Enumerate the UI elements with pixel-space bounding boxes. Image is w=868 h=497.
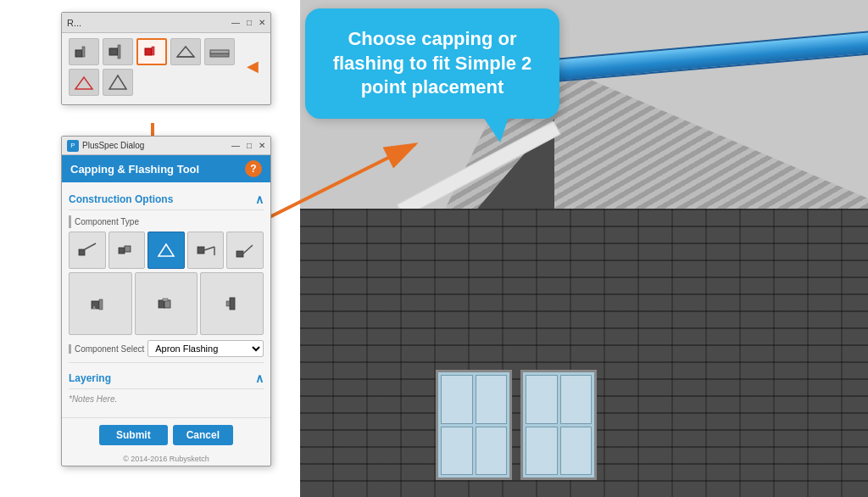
- plusspec-dialog: P PlusSpec Dialog — □ ✕ Capping & Flashi…: [61, 136, 271, 466]
- toolbar-titlebar: R... — □ ✕: [62, 13, 270, 33]
- dialog-maximize-button[interactable]: □: [247, 141, 252, 150]
- svg-rect-29: [163, 299, 168, 301]
- svg-rect-16: [119, 248, 125, 254]
- svg-rect-2: [75, 50, 82, 57]
- svg-rect-3: [82, 47, 85, 57]
- comp-type-4[interactable]: [187, 232, 225, 269]
- svg-rect-6: [145, 48, 152, 55]
- component-select-dropdown[interactable]: Apron Flashing Ridge Capping Hip Capping…: [147, 340, 264, 357]
- window-pane: [560, 427, 593, 476]
- layering-notes: *Notes Here.: [69, 394, 264, 404]
- window-pane: [441, 375, 473, 424]
- dialog-footer: Submit Cancel: [62, 417, 270, 452]
- svg-marker-12: [75, 77, 92, 89]
- dialog-titlebar: P PlusSpec Dialog — □ ✕: [62, 137, 270, 155]
- toolbar-icons: ◀: [62, 33, 270, 101]
- tool-icon-3-selected[interactable]: [136, 38, 167, 65]
- dialog-header-title: Capping & Flashing Tool: [70, 163, 199, 176]
- dialog-titlebar-controls[interactable]: — □ ✕: [231, 141, 265, 150]
- layering-collapse-button[interactable]: ∧: [255, 371, 264, 385]
- svg-marker-8: [177, 47, 194, 57]
- maximize-button[interactable]: □: [247, 18, 252, 27]
- svg-rect-17: [125, 246, 131, 252]
- close-button[interactable]: ✕: [259, 18, 265, 27]
- copyright-text: © 2014-2016 Rubysketch: [62, 452, 270, 466]
- svg-rect-27: [159, 300, 164, 308]
- window-pane: [526, 427, 558, 476]
- dialog-title-label: PlusSpec Dialog: [82, 141, 144, 150]
- toolbar-title: R...: [67, 18, 81, 28]
- brick-wall: [300, 209, 868, 497]
- svg-rect-19: [198, 247, 204, 254]
- comp-type-2[interactable]: [108, 232, 146, 269]
- comp-type-7[interactable]: [135, 272, 198, 336]
- tool-icon-4[interactable]: [170, 38, 201, 65]
- tool-icon-7[interactable]: [103, 69, 133, 96]
- dialog-close-button[interactable]: ✕: [259, 141, 265, 150]
- window-pane: [560, 375, 593, 424]
- dialog-title: P PlusSpec Dialog: [67, 140, 144, 152]
- component-type-grid-2: A: [69, 272, 264, 336]
- window-pane: [476, 375, 508, 424]
- window-pane: [441, 427, 473, 476]
- svg-line-20: [204, 247, 214, 250]
- comp-type-6[interactable]: A: [69, 272, 132, 336]
- svg-rect-28: [164, 300, 170, 308]
- svg-rect-25: [99, 299, 103, 310]
- tool-icon-6[interactable]: [69, 69, 99, 96]
- plusspec-logo-icon: P: [67, 140, 79, 152]
- speech-bubble-text: Choose capping or flashing to fit Simple…: [333, 28, 532, 98]
- component-type-label: Component Type: [69, 215, 264, 228]
- titlebar-controls[interactable]: — □ ✕: [231, 18, 265, 27]
- layering-section: Layering ∧ *Notes Here.: [69, 362, 264, 404]
- orange-pointer: ◀: [247, 57, 259, 75]
- svg-marker-13: [109, 75, 126, 89]
- svg-rect-22: [236, 251, 243, 257]
- svg-line-23: [243, 245, 253, 254]
- dialog-header: Capping & Flashing Tool ?: [62, 155, 270, 182]
- layering-section-header: Layering ∧: [69, 368, 264, 389]
- tool-icon-1[interactable]: [69, 38, 99, 65]
- construction-collapse-button[interactable]: ∧: [255, 193, 264, 206]
- svg-rect-10: [210, 53, 229, 57]
- comp-type-5[interactable]: [226, 232, 264, 269]
- component-select-label: Component Select: [69, 344, 144, 354]
- component-select-row: Component Select Apron Flashing Ridge Ca…: [69, 340, 264, 357]
- layering-label: Layering: [69, 372, 111, 384]
- svg-rect-4: [109, 48, 118, 55]
- window-pane: [476, 427, 508, 476]
- dialog-body: Construction Options ∧ Component Type: [62, 182, 270, 417]
- svg-rect-30: [230, 298, 235, 310]
- window-right: [520, 370, 597, 480]
- toolbar-window: R... — □ ✕: [61, 12, 271, 105]
- svg-rect-7: [152, 47, 154, 55]
- windows-area: [436, 370, 597, 480]
- help-button[interactable]: ?: [245, 160, 262, 177]
- svg-rect-14: [79, 249, 85, 255]
- comp-type-3-active[interactable]: [147, 232, 185, 269]
- cancel-button[interactable]: Cancel: [173, 425, 233, 445]
- tool-icon-2[interactable]: [103, 38, 133, 65]
- window-pane: [526, 375, 558, 424]
- construction-section-header: Construction Options ∧: [69, 189, 264, 210]
- construction-section-label: Construction Options: [69, 193, 173, 205]
- dialog-minimize-button[interactable]: —: [231, 141, 240, 150]
- minimize-button[interactable]: —: [231, 18, 240, 27]
- svg-rect-11: [210, 50, 229, 53]
- window-left: [436, 370, 512, 480]
- svg-line-15: [85, 243, 96, 249]
- comp-type-1[interactable]: [69, 232, 106, 269]
- svg-rect-5: [118, 45, 120, 59]
- svg-rect-31: [226, 301, 230, 306]
- comp-type-8[interactable]: [200, 272, 264, 336]
- tool-icon-5[interactable]: [204, 38, 235, 65]
- component-type-grid: [69, 232, 264, 269]
- svg-text:A: A: [92, 305, 96, 310]
- svg-marker-18: [159, 244, 174, 256]
- speech-bubble: Choose capping or flashing to fit Simple…: [305, 8, 559, 119]
- submit-button[interactable]: Submit: [99, 425, 168, 445]
